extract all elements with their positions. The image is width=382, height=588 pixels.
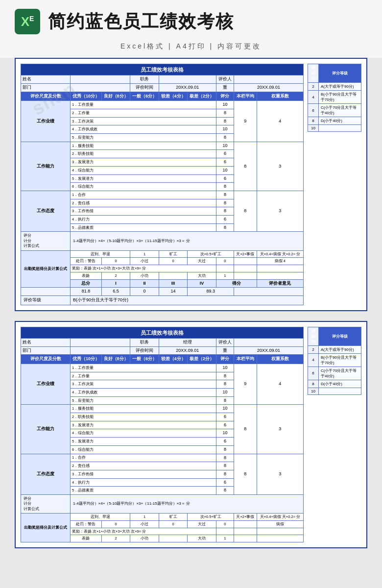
s2-section-1: 工作能力 (21, 405, 71, 454)
weight-2: 3 (257, 191, 303, 231)
total-col-III: III (159, 279, 188, 288)
header: XE 简约蓝色员工绩效考核 (0, 0, 382, 39)
info-date: 20XX.09.01 (159, 83, 216, 92)
info-dept-label: 部门 (21, 83, 71, 92)
score-0-2: 8 (216, 117, 234, 125)
score-1-2: 6 (216, 158, 234, 167)
section-label-0: 工作业绩 (21, 101, 71, 142)
calc-label-2: 评分计分计算公式 (21, 494, 71, 513)
info-position-label: 职务 (130, 75, 159, 84)
item-2-1: 2．责任感 (71, 199, 216, 207)
item-1-1: 2．职务技能 (71, 150, 216, 158)
table-title-2: 员工绩效考核表格 (21, 327, 304, 338)
legend-table: 辅助列 评分等级 2 A(大于或等于90分) 4 B(小于90分且大于等于70分… (308, 64, 361, 132)
s2-section-0: 工作业绩 (21, 364, 71, 404)
col-header-6: 评分 (216, 92, 234, 101)
score-0-0: 10 (216, 101, 234, 109)
calc-formula: 1-4题平均分）×4+（5-10题平均分）×3+（11-15题平均分）×3＝ 分 (71, 232, 304, 250)
calc-label: 评分计分计算公式 (21, 232, 71, 250)
s2-absence-label: 出勤奖惩得分及计算公式 (21, 514, 71, 542)
info-date2: 20XX.09.01 (234, 83, 303, 92)
item-0-1: 2．工作量 (71, 109, 216, 118)
avg-1: 8 (234, 142, 257, 191)
score-2-3: 6 (216, 215, 234, 223)
score-1-5: 8 (216, 183, 234, 191)
col-header-2: 良好（8分） (101, 92, 130, 101)
val-III: 0 (130, 288, 159, 296)
legend-num-3: 8 (308, 117, 319, 125)
info-evaltime-label: 评价时间 (130, 83, 159, 92)
legend-label-1: B(小于90分且大于等于70分) (319, 91, 361, 104)
section-label-1: 工作能力 (21, 142, 71, 191)
col-header-1: 优秀（10分） (71, 92, 102, 101)
excel-icon: XE (15, 9, 40, 34)
col-header-0: 评价尺度及分数 (21, 92, 71, 101)
item-0-3: 4．工作执成效 (71, 125, 216, 134)
item-0-2: 3．工作决策 (71, 117, 216, 125)
item-1-0: 1．服务技能 (71, 142, 216, 150)
info-re-label: 重 (216, 83, 234, 92)
perf-table-1: 员工绩效考核表格 姓名 职务 评价人 部门 评价时间 20XX.09.01 (21, 64, 304, 305)
weight-1: 3 (257, 142, 303, 191)
val-score: 89.3 (188, 288, 234, 296)
item-2-3: 4．执行力 (71, 215, 216, 223)
info-evaluator-label: 评价人 (216, 75, 234, 84)
table-title: 员工绩效考核表格 (21, 64, 304, 75)
legend-label-4 (319, 125, 361, 132)
score-2-0: 8 (216, 191, 234, 199)
val-II: 6.5 (101, 288, 130, 296)
item-2-0: 1．合作 (71, 191, 216, 199)
grade-label: 评价等级 (21, 295, 71, 305)
val-I: 81.8 (71, 288, 102, 296)
val-IV: 14 (159, 288, 188, 296)
col-header-5: 极差（2分） (188, 92, 216, 101)
legend-num-2: 6 (308, 104, 319, 117)
legend-table-2: 辅助列 评分等级 2 A(大于或等于90分) 4 B(小于90分且大于等于70分… (308, 327, 361, 395)
avg-2: 8 (234, 191, 257, 231)
weight-0: 4 (257, 101, 303, 142)
header-title: 简约蓝色员工绩效考核 (48, 10, 234, 34)
score-0-4: 8 (216, 134, 234, 142)
score-2-2: 8 (216, 207, 234, 216)
main-table-wrap: 员工绩效考核表格 姓名 职务 评价人 部门 评价时间 20XX.09.01 (21, 64, 304, 305)
item-1-2: 3．发展潜力 (71, 158, 216, 167)
score-1-3: 10 (216, 166, 234, 174)
doc-card-2: 员工绩效考核表格 姓名 职务 经理 评价人 部门 评价时间 20XX.09.01… (15, 321, 367, 549)
score-0-1: 8 (216, 109, 234, 118)
total-score-label: 得分 (216, 279, 257, 288)
total-col-II: II (130, 279, 159, 288)
header-subtitle: Excel格式 | A4打印 | 内容可更改 (0, 39, 382, 58)
legend-wrap: 辅助列 评分等级 2 A(大于或等于90分) 4 B(小于90分且大于等于70分… (308, 64, 361, 305)
score-2-1: 8 (216, 199, 234, 207)
legend-label-2: C(小于70分且大于等于40分) (319, 104, 361, 117)
score-1-4: 6 (216, 174, 234, 183)
legend-col-grade: 评分等级 (319, 64, 361, 83)
col-header-4: 较差（4分） (159, 92, 188, 101)
main-table-wrap-2: 员工绩效考核表格 姓名 职务 经理 评价人 部门 评价时间 20XX.09.01… (21, 327, 304, 543)
legend-label-3: D(小于40分) (319, 117, 361, 125)
avg-0: 9 (234, 101, 257, 142)
doc-card-1: shan 员工绩效考核表格 姓名 职务 评价人 部门 (15, 58, 367, 311)
item-1-4: 5．发展潜力 (71, 174, 216, 183)
legend-label-0: A(大于或等于90分) (319, 83, 361, 91)
absence-label: 出勤奖惩得分及计算公式 (21, 250, 71, 288)
item-1-3: 4．综合能力 (71, 166, 216, 174)
info-name-label: 姓名 (21, 75, 71, 84)
col-header-8: 权重系数 (257, 92, 303, 101)
total-label: 总分 (71, 279, 102, 288)
legend-col-aux: 辅助列 (308, 64, 319, 83)
score-0-3: 10 (216, 125, 234, 134)
item-0-4: 5．应变能力 (71, 134, 216, 142)
legend-num-0: 2 (308, 83, 319, 91)
total-col-I: I (101, 279, 130, 288)
perf-table-2: 员工绩效考核表格 姓名 职务 经理 评价人 部门 评价时间 20XX.09.01… (21, 327, 304, 543)
grade-value: B(小于90分且大于等于70分) (71, 295, 304, 305)
score-1-1: 6 (216, 150, 234, 158)
total-comment-label: 评价者意见 (257, 279, 303, 288)
section-label-2: 工作态度 (21, 191, 71, 231)
total-col-IV: IV (188, 279, 216, 288)
score-1-0: 10 (216, 142, 234, 150)
item-1-5: 6．综合能力 (71, 183, 216, 191)
item-2-2: 3．工作热情 (71, 207, 216, 216)
legend-wrap-2: 辅助列 评分等级 2 A(大于或等于90分) 4 B(小于90分且大于等于70分… (308, 327, 361, 543)
